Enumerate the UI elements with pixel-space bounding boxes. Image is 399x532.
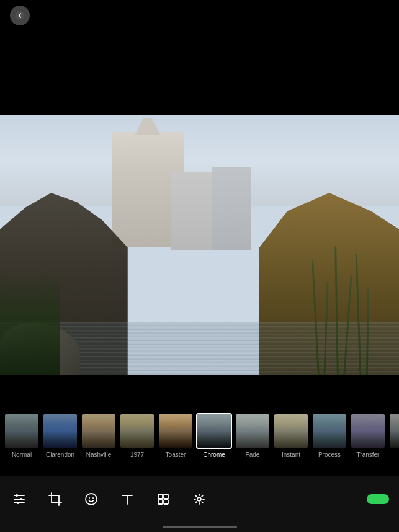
filter-item-fade[interactable]: Fade: [235, 413, 271, 458]
svg-rect-12: [158, 494, 163, 499]
filter-strip-container: NormalClarendonNashville1977ToasterChrom…: [0, 408, 399, 470]
filter-label-clarendon: Clarendon: [46, 451, 74, 458]
done-button[interactable]: [367, 494, 389, 504]
top-bar: [0, 0, 399, 31]
svg-point-6: [17, 502, 19, 504]
filter-label-nashville: Nashville: [86, 451, 112, 458]
filter-label-normal: Normal: [12, 451, 32, 458]
text-icon[interactable]: [118, 490, 137, 508]
filter-item-instant[interactable]: Instant: [273, 413, 309, 458]
filter-item-toaster[interactable]: Toaster: [158, 413, 194, 458]
svg-point-0: [16, 11, 25, 20]
svg-rect-14: [158, 500, 163, 504]
filter-label-toaster: Toaster: [166, 451, 186, 458]
effects-icon[interactable]: [190, 490, 208, 508]
svg-point-7: [86, 494, 97, 505]
filter-item-transfer[interactable]: Transfer: [350, 413, 386, 458]
home-indicator: [163, 526, 237, 528]
adjust-icon[interactable]: [10, 490, 29, 508]
svg-point-4: [16, 494, 18, 497]
filter-label-chrome: Chrome: [203, 451, 225, 458]
filter-label-instant: Instant: [282, 451, 300, 458]
crop-icon[interactable]: [46, 490, 65, 508]
svg-point-16: [197, 497, 201, 501]
svg-point-8: [89, 497, 90, 499]
svg-point-9: [92, 497, 94, 499]
filter-strip: NormalClarendonNashville1977ToasterChrom…: [0, 408, 399, 458]
filter-label-transfer: Transfer: [357, 451, 380, 458]
svg-rect-15: [164, 500, 168, 504]
filter-item-tone[interactable]: Tone: [388, 413, 399, 458]
filter-item-1977[interactable]: 1977: [119, 413, 155, 458]
toolbar: [0, 476, 399, 532]
photo: [0, 115, 399, 375]
filter-label-process: Process: [318, 451, 341, 458]
filter-item-normal[interactable]: Normal: [4, 413, 40, 458]
filter-item-nashville[interactable]: Nashville: [81, 413, 117, 458]
svg-point-5: [20, 498, 22, 500]
filter-label-1977: 1977: [130, 451, 144, 458]
back-button[interactable]: [10, 6, 30, 25]
filter-item-clarendon[interactable]: Clarendon: [42, 413, 78, 458]
toolbar-tools: [10, 490, 367, 508]
emoji-icon[interactable]: [82, 490, 101, 508]
layers-icon[interactable]: [154, 490, 173, 508]
svg-rect-13: [164, 494, 168, 499]
filter-label-fade: Fade: [246, 451, 260, 458]
filter-item-chrome[interactable]: Chrome: [196, 413, 232, 458]
filter-item-process[interactable]: Process: [312, 413, 347, 458]
